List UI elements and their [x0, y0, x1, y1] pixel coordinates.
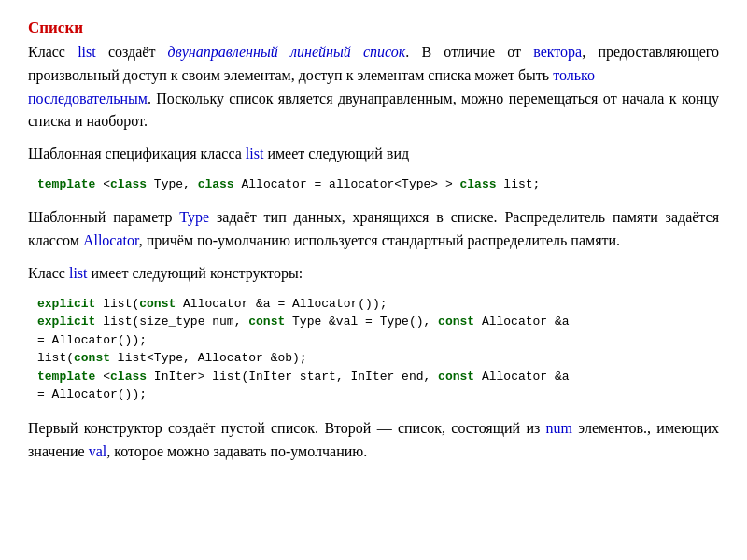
code-line-4: list(const list<Type, Allocator &ob); — [37, 349, 719, 368]
code-l4-t1: list( — [37, 351, 74, 365]
text-has-view: имеет следующий вид — [263, 146, 409, 161]
paragraph-5: Первый конструктор создаёт пустой список… — [28, 417, 719, 464]
code-line-6: = Allocator()); — [37, 385, 719, 404]
text-period: . В отличие от — [405, 44, 533, 60]
code-line-3: = Allocator()); — [37, 331, 719, 350]
code-l6-t1: = Allocator()); — [37, 387, 147, 401]
explicit-kw-1: explicit — [37, 297, 95, 311]
const-kw-1: const — [139, 297, 176, 311]
class-keyword-3: class — [460, 177, 497, 191]
allocator-link[interactable]: Allocator — [83, 232, 139, 248]
code-l1-t2: Allocator &a = Allocator()); — [176, 297, 387, 311]
code-l5-t1: < — [95, 370, 110, 384]
val-link[interactable]: val — [89, 443, 107, 459]
code-l5-t3: Allocator &a — [474, 370, 569, 384]
vector-link[interactable]: вектора — [533, 44, 582, 60]
text-template-spec: Шаблонная спецификация класса — [28, 146, 246, 161]
list-link-2[interactable]: list — [246, 146, 264, 161]
const-kw-2: const — [248, 315, 285, 329]
code-l2-t3: Allocator &a — [474, 315, 569, 329]
code-text-2: Type, — [147, 177, 198, 191]
paragraph-3: Шаблонный параметр Type задаёт тип данны… — [28, 206, 719, 253]
paragraph-4: Класс list имеет следующий конструкторы: — [28, 262, 719, 286]
text-class-2: Класс — [28, 265, 69, 281]
text-template-param: Шаблонный параметр — [28, 209, 179, 225]
list-link-1[interactable]: list — [78, 44, 96, 60]
text-first-constructor: Первый конструктор создаёт пустой список… — [28, 420, 546, 436]
code-l4-t2: list<Type, Allocator &ob); — [110, 351, 307, 365]
code-line-2: explicit list(size_type num, const Type … — [37, 313, 719, 331]
template-keyword-1: template — [37, 177, 95, 191]
code-l3-t1: = Allocator()); — [37, 333, 147, 347]
class-keyword-1: class — [110, 177, 147, 191]
type-link[interactable]: Type — [179, 209, 209, 225]
text-default: , которое можно задавать по-умолчанию. — [106, 443, 367, 459]
text-default-alloc: , причём по-умолчанию используется станд… — [139, 232, 620, 248]
const-kw-5: const — [438, 370, 474, 384]
text-creates: создаёт — [96, 44, 168, 60]
code-text-3: Allocator = allocator<Type> > — [234, 177, 460, 191]
text-constructors: имеет следующий конструкторы: — [88, 265, 303, 281]
section-title: Списки — [28, 19, 719, 37]
code-text-1: < — [95, 177, 110, 191]
text-class: Класс — [28, 44, 78, 60]
explicit-kw-2: explicit — [37, 315, 95, 329]
paragraph-1: Класс list создаёт двунаправленный линей… — [28, 41, 719, 133]
paragraph-2: Шаблонная спецификация класса list имеет… — [28, 143, 719, 166]
code-line-5: template <class InIter> list(InIter star… — [37, 368, 719, 386]
code-l2-t1: list(size_type num, — [95, 315, 248, 329]
code-l2-t2: Type &val = Type(), — [285, 315, 438, 329]
doubly-linked-list-link[interactable]: двунаправленный линейный список — [168, 44, 406, 60]
code-block-1: template <class Type, class Allocator = … — [28, 175, 719, 194]
num-link[interactable]: num — [546, 420, 572, 436]
const-kw-4: const — [74, 351, 110, 365]
code-l5-t2: InIter> list(InIter start, InIter end, — [147, 370, 438, 384]
code-block-2: explicit list(const Allocator &a = Alloc… — [28, 295, 719, 404]
class-kw-4: class — [110, 370, 147, 384]
code-l1-t1: list( — [95, 297, 139, 311]
template-kw-2: template — [37, 370, 95, 384]
list-link-3[interactable]: list — [69, 265, 88, 281]
code-text-4: list; — [497, 177, 541, 191]
const-kw-3: const — [438, 315, 474, 329]
page-content: Списки Класс list создаёт двунаправленны… — [28, 19, 719, 463]
class-keyword-2: class — [198, 177, 234, 191]
code-line-1: explicit list(const Allocator &a = Alloc… — [37, 295, 719, 314]
